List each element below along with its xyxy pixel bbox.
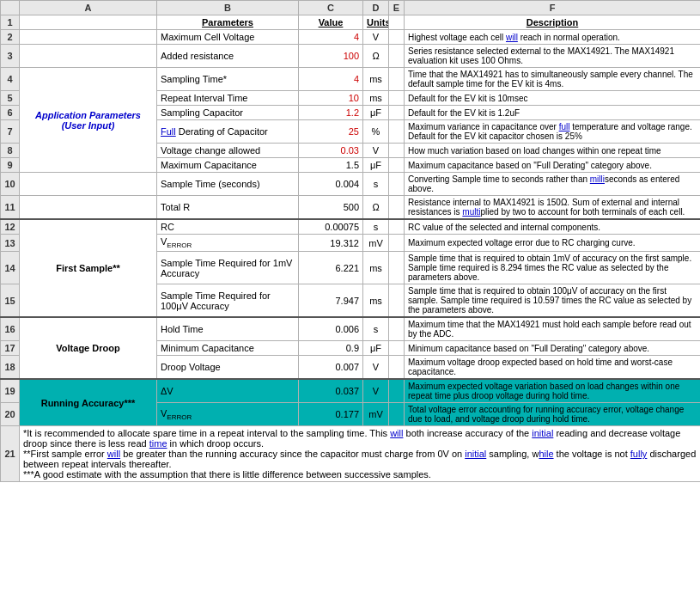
cell-f17: Minimum capacitance based on "Full Derat… [405,341,701,356]
cell-d3: Ω [363,45,389,68]
row-4: 4 Application Parameters(User Input) Sam… [1,68,701,91]
cell-f11: Resistance internal to MAX14921 is 150Ω.… [405,196,701,220]
row-num-8: 8 [1,144,20,158]
cell-c17: 0.9 [299,341,363,356]
row-10: 10 Sample Time (seconds) 0.004 s Convert… [1,173,701,196]
col-f-header: F [405,1,701,15]
cell-c4: 4 [299,68,363,91]
cell-f18: Maximum voltage droop expected based on … [405,356,701,380]
cell-e9 [389,158,405,173]
cell-e20 [389,403,405,426]
app-params-label: Application Parameters(User Input) [20,68,157,173]
row-19: 19 Running Accuracy*** ΔV 0.037 V Maximu… [1,379,701,403]
col-a-header: A [20,1,157,15]
cell-b9: Maximum Capacitance [157,158,299,173]
cell-b15: Sample Time Required for 100μV Accuracy [157,284,299,318]
cell-f9: Maximum capacitance based on "Full Derat… [405,158,701,173]
cell-c9: 1.5 [299,158,363,173]
row-16: 16 Voltage Droop Hold Time 0.006 s Maxim… [1,317,701,341]
cell-f20: Total voltage error accounting for runni… [405,403,701,426]
cell-b5: Repeat Interval Time [157,91,299,106]
cell-f10: Converting Sample time to seconds rather… [405,173,701,196]
row-num-7: 7 [1,120,20,144]
cell-e15 [389,284,405,318]
cell-c19: 0.037 [299,379,363,403]
cell-f1: Description [405,15,701,30]
cell-e7 [389,120,405,144]
cell-f14: Sample time that is required to obtain 1… [405,252,701,284]
cell-b11: Total R [157,196,299,220]
cell-d16: s [363,317,389,341]
cell-e13 [389,235,405,252]
row-num-14: 14 [1,252,20,284]
cell-b13: VERROR [157,235,299,252]
cell-c5: 10 [299,91,363,106]
cell-c6: 1.2 [299,106,363,120]
row-3: 3 Added resistance 100 Ω Series resistan… [1,45,701,68]
cell-f16: Maximum time that the MAX14921 must hold… [405,317,701,341]
cell-b4: Sampling Time* [157,68,299,91]
cell-b18: Droop Voltage [157,356,299,380]
cell-f8: How much variation based on load changes… [405,144,701,158]
row-num-5: 5 [1,91,20,106]
cell-c15: 7.947 [299,284,363,318]
voltage-droop-label: Voltage Droop [20,317,157,379]
cell-a1 [20,15,157,30]
cell-e11 [389,196,405,220]
cell-b10: Sample Time (seconds) [157,173,299,196]
cell-f7: Maximum variance in capacitance over ful… [405,120,701,144]
cell-c3: 100 [299,45,363,68]
cell-b14: Sample Time Required for 1mV Accuracy [157,252,299,284]
cell-a10 [20,173,157,196]
note-2: **First sample error will be greater tha… [23,449,697,469]
cell-d4: ms [363,68,389,91]
column-header-row: A B C D E F [1,1,701,15]
cell-d8: V [363,144,389,158]
cell-e1 [389,15,405,30]
cell-b16: Hold Time [157,317,299,341]
cell-d13: mV [363,235,389,252]
cell-e18 [389,356,405,380]
first-sample-label: First Sample** [20,219,157,317]
cell-d15: ms [363,284,389,318]
row-num-18: 18 [1,356,20,380]
cell-f15: Sample time that is required to obtain 1… [405,284,701,318]
cell-d12: s [363,219,389,235]
row-2: 2 Maximum Cell Voltage 4 V Highest volta… [1,30,701,45]
row-num-13: 13 [1,235,20,252]
cell-f5: Default for the EV kit is 10msec [405,91,701,106]
cell-d9: μF [363,158,389,173]
note-3: ***A good estimate with the assumption t… [23,469,697,480]
cell-e12 [389,219,405,235]
cell-c8: 0.03 [299,144,363,158]
row-num-17: 17 [1,341,20,356]
cell-f2: Highest voltage each cell will reach in … [405,30,701,45]
row-11: 11 Total R 500 Ω Resistance internal to … [1,196,701,220]
col-c-header: C [299,1,363,15]
cell-c14: 6.221 [299,252,363,284]
cell-c10: 0.004 [299,173,363,196]
cell-f12: RC value of the selected and internal co… [405,219,701,235]
cell-f6: Default for the EV kit is 1.2uF [405,106,701,120]
col-d-header: D [363,1,389,15]
cell-d6: μF [363,106,389,120]
col-b-header: B [157,1,299,15]
cell-f13: Maximum expected voltage error due to RC… [405,235,701,252]
cell-b12: RC [157,219,299,235]
cell-e3 [389,45,405,68]
cell-b17: Minimum Capacitance [157,341,299,356]
cell-d17: μF [363,341,389,356]
cell-f4: Time that the MAX14921 has to simultaneo… [405,68,701,91]
cell-d14: ms [363,252,389,284]
cell-f19: Maximum expected voltage variation based… [405,379,701,403]
notes-cell: *It is recommended to allocate spare tim… [20,426,701,482]
row-num-11: 11 [1,196,20,220]
row-num-1: 1 [1,15,20,30]
cell-b8: Voltage change allowed [157,144,299,158]
cell-c16: 0.006 [299,317,363,341]
cell-b20: VERROR [157,403,299,426]
spreadsheet: A B C D E F 1 Parameters Value Units Des… [0,0,700,482]
cell-d11: Ω [363,196,389,220]
row-num-20: 20 [1,403,20,426]
cell-b3: Added resistance [157,45,299,68]
